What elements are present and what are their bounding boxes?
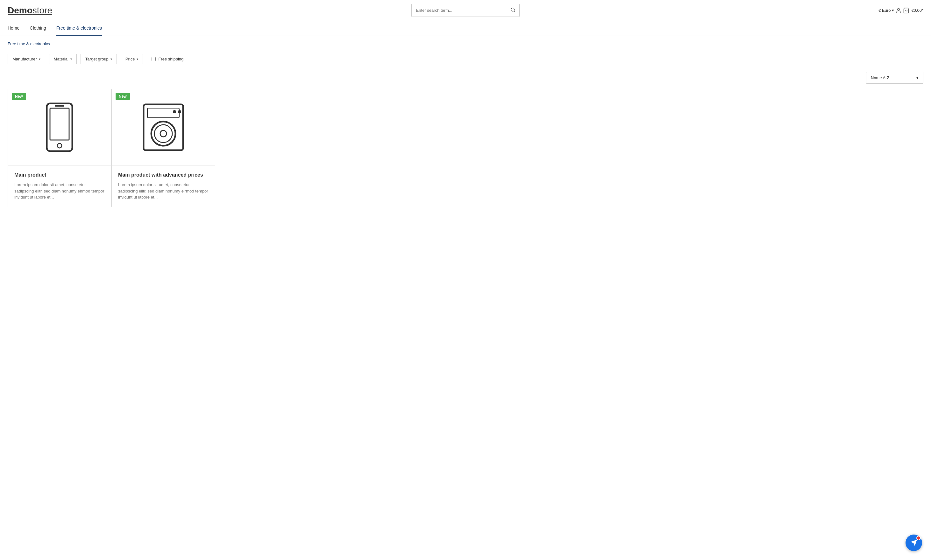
search-icon [510,7,515,12]
manufacturer-chevron-icon: ▾ [39,57,40,61]
main-nav: Home Clothing Free time & electronics [0,21,931,36]
manufacturer-label: Manufacturer [12,57,37,62]
svg-line-1 [514,11,515,12]
product-image-washer [141,102,186,153]
product-info-2: Main product with advanced prices Lorem … [112,165,215,207]
breadcrumb-link[interactable]: Free time & electronics [8,42,50,46]
price-chevron-icon: ▾ [137,57,138,61]
logo-bold: Demo [8,5,32,15]
new-badge-1: New [12,93,26,100]
product-info-1: Main product Lorem ipsum dolor sit amet,… [8,165,111,207]
search-input[interactable] [412,5,507,16]
price-label: Price [125,57,135,62]
free-shipping-filter[interactable]: Free shipping [147,54,188,64]
currency-selector[interactable]: € Euro ▾ [879,8,894,13]
header-right: € Euro ▾ €0.00* [879,7,923,14]
svg-rect-11 [178,110,181,113]
new-badge-2: New [116,93,130,100]
sort-chevron-icon: ▾ [916,75,919,80]
svg-point-2 [897,8,900,11]
sort-dropdown[interactable]: Name A-Z ▾ [866,72,923,84]
svg-point-14 [160,131,166,137]
material-chevron-icon: ▾ [70,57,72,61]
product-title-1: Main product [14,172,105,178]
product-card-1[interactable]: New Main product Lorem ipsum dolor sit a… [8,89,111,207]
target-group-label: Target group [85,57,109,62]
sort-bar: Name A-Z ▾ [0,69,931,89]
svg-point-0 [511,8,515,11]
material-label: Material [54,57,68,62]
product-image-container-1: New [8,89,111,165]
target-group-chevron-icon: ▾ [111,57,112,61]
nav-home[interactable]: Home [8,21,19,35]
product-description-1: Lorem ipsum dolor sit amet, consetetur s… [14,182,105,200]
user-icon [896,7,902,14]
product-description-2: Lorem ipsum dolor sit amet, consetetur s… [118,182,208,200]
nav-free-time[interactable]: Free time & electronics [56,21,102,35]
logo[interactable]: Demostore [8,5,52,15]
svg-rect-6 [55,105,64,106]
currency-label: € Euro [879,8,891,13]
logo-light: store [32,5,52,15]
header: Demostore € Euro ▾ €0.00* [0,0,931,21]
currency-chevron: ▾ [892,8,894,13]
breadcrumb: Free time & electronics [0,36,931,49]
svg-rect-10 [173,110,176,113]
manufacturer-filter[interactable]: Manufacturer ▾ [8,54,45,64]
svg-point-7 [57,143,62,148]
cart-icon [903,7,909,14]
cart-button[interactable]: €0.00* [903,7,923,14]
nav-clothing[interactable]: Clothing [29,21,46,35]
free-shipping-checkbox[interactable] [151,57,156,61]
svg-rect-5 [50,108,69,140]
sort-label: Name A-Z [871,75,889,80]
target-group-filter[interactable]: Target group ▾ [80,54,117,64]
product-title-2: Main product with advanced prices [118,172,208,178]
search-bar [412,4,519,17]
products-grid: New Main product Lorem ipsum dolor sit a… [0,89,223,220]
product-image-container-2: New [112,89,215,165]
product-card-2[interactable]: New Main product with advanced prices Lo… [111,89,215,207]
search-button[interactable] [507,4,519,17]
cart-amount: €0.00* [911,8,923,13]
product-image-phone [44,102,76,153]
price-filter[interactable]: Price ▾ [121,54,143,64]
free-shipping-label: Free shipping [158,57,183,62]
filter-bar: Manufacturer ▾ Material ▾ Target group ▾… [0,49,931,69]
user-account-button[interactable] [896,7,902,14]
material-filter[interactable]: Material ▾ [49,54,77,64]
